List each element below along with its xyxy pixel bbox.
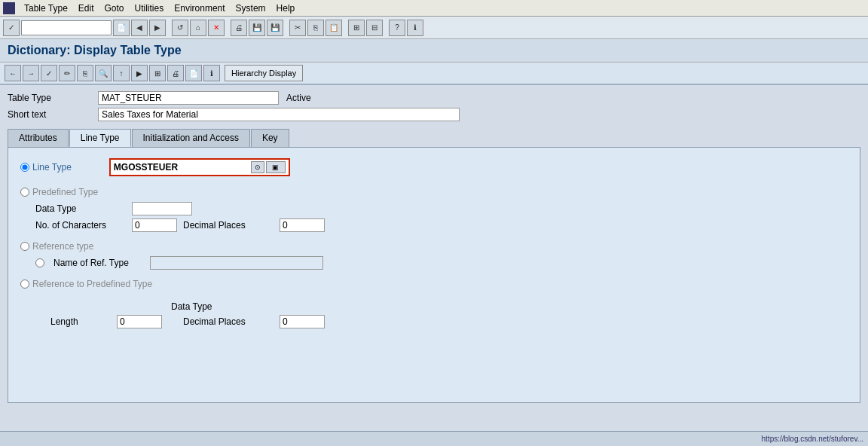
app-logo [3, 2, 15, 14]
line-type-radio-label: Line Type [32, 162, 72, 173]
name-of-ref-row: Name of Ref. Type [35, 256, 848, 270]
tb2-activate[interactable]: ▶ [131, 65, 148, 81]
num-chars-row: No. of Characters Decimal Places [35, 218, 848, 232]
bottom-length-row: Length Decimal Places [50, 315, 848, 328]
menu-edit[interactable]: Edit [74, 3, 99, 14]
tb2-back[interactable]: ← [5, 65, 21, 81]
tabs: Attributes Line Type Initialization and … [8, 129, 860, 147]
tb2-copy[interactable]: ⎘ [77, 65, 93, 81]
decimal-places-input[interactable] [280, 218, 325, 232]
page-title: Dictionary: Display Table Type [0, 39, 868, 63]
status-url: https://blog.csdn.net/stuforev... [762, 435, 863, 443]
reference-type-label: Reference type [32, 241, 93, 252]
data-type-label: Data Type [35, 203, 126, 214]
bottom-decimal-places-input[interactable] [280, 315, 325, 328]
menu-goto[interactable]: Goto [100, 3, 129, 14]
refresh-btn[interactable]: ↺ [172, 20, 188, 36]
line-type-box: ⊙ ▣ [109, 158, 290, 176]
short-text-input[interactable] [98, 108, 460, 121]
info-btn[interactable]: ℹ [407, 20, 423, 36]
bottom-decimal-places-label: Decimal Places [183, 316, 274, 327]
tb2-forward[interactable]: → [23, 65, 39, 81]
name-of-ref-input[interactable] [150, 256, 323, 270]
predefined-type-sub: Data Type No. of Characters Decimal Plac… [35, 202, 848, 232]
help-btn[interactable]: ? [389, 20, 405, 36]
table-type-status: Active [286, 93, 311, 103]
line-type-detail-icon[interactable]: ▣ [266, 161, 286, 173]
back-btn[interactable]: ◀ [131, 20, 148, 36]
menu-help[interactable]: Help [272, 3, 300, 14]
line-type-value-input[interactable] [114, 162, 249, 173]
short-text-label: Short text [8, 109, 98, 120]
length-input[interactable] [117, 315, 162, 328]
no-of-chars-label: No. of Characters [35, 220, 126, 231]
tb2-print[interactable]: 🖨 [167, 65, 184, 81]
main-content: Table Type Active Short text Attributes … [0, 85, 868, 409]
menu-environment[interactable]: Environment [170, 3, 229, 14]
home-btn[interactable]: ⌂ [190, 20, 206, 36]
line-type-search-icon[interactable]: ⊙ [251, 161, 264, 173]
print-btn[interactable]: 🖨 [231, 20, 247, 36]
save2-btn[interactable]: 💾 [267, 20, 283, 36]
check-btn[interactable]: ✓ [3, 20, 20, 36]
ref-predefined-row: Reference to Predefined Type [20, 279, 848, 289]
reference-type-section: Reference type Name of Ref. Type [20, 241, 848, 270]
line-type-radio[interactable] [20, 163, 29, 172]
reference-type-radio[interactable] [20, 242, 29, 251]
menu-system[interactable]: System [231, 3, 270, 14]
ref-predefined-radio[interactable] [20, 280, 29, 289]
table-type-input[interactable] [98, 91, 279, 105]
predefined-type-row: Predefined Type [20, 187, 848, 197]
table-type-label: Table Type [8, 93, 98, 103]
paste-btn[interactable]: 📋 [326, 20, 342, 36]
tab-attributes[interactable]: Attributes [8, 129, 69, 147]
tb2-where-used[interactable]: 🔍 [95, 65, 112, 81]
short-text-row: Short text [8, 108, 860, 121]
grid-btn[interactable]: ⊞ [348, 20, 365, 36]
toolbar1: ✓ 📄 ◀ ▶ ↺ ⌂ ✕ 🖨 💾 💾 ✂ ⎘ 📋 ⊞ ⊟ ? ℹ [0, 17, 868, 39]
length-label: Length [50, 316, 111, 327]
menu-table-type[interactable]: Table Type [20, 3, 72, 14]
cut-btn[interactable]: ✂ [289, 20, 306, 36]
hierarchy-display-button[interactable]: Hierarchy Display [225, 65, 303, 81]
tb2-pencil[interactable]: ✏ [59, 65, 75, 81]
bottom-data-type-label: Data Type [171, 301, 848, 312]
tb2-grid2[interactable]: ⊞ [149, 65, 166, 81]
reference-type-row: Reference type [20, 241, 848, 252]
copy-btn[interactable]: ⎘ [307, 20, 324, 36]
ref-predefined-section: Reference to Predefined Type Data Type L… [20, 279, 848, 328]
ref-predefined-label: Reference to Predefined Type [32, 279, 152, 289]
menu-bar: Table Type Edit Goto Utilities Environme… [0, 0, 868, 17]
table-type-row: Table Type Active [8, 91, 860, 105]
data-type-input[interactable] [132, 202, 192, 215]
menu-utilities[interactable]: Utilities [130, 3, 169, 14]
tab-line-type[interactable]: Line Type [69, 129, 131, 147]
tb2-check[interactable]: ✓ [41, 65, 57, 81]
name-of-ref-label: Name of Ref. Type [53, 258, 144, 268]
line-type-row: Line Type ⊙ ▣ [20, 158, 848, 176]
ref-predefined-sub: Data Type Length Decimal Places [20, 301, 848, 328]
name-of-ref-radio[interactable] [35, 258, 44, 267]
layout-btn[interactable]: ⊟ [366, 20, 383, 36]
tab-content: Line Type ⊙ ▣ Predefined Type Data Type [8, 147, 860, 403]
command-input[interactable] [21, 20, 112, 35]
tb2-doc[interactable]: 📄 [185, 65, 202, 81]
doc-btn[interactable]: 📄 [113, 20, 130, 36]
predefined-type-section: Predefined Type Data Type No. of Charact… [20, 187, 848, 232]
decimal-places-label: Decimal Places [183, 220, 274, 231]
save-btn[interactable]: 💾 [249, 20, 265, 36]
tab-key[interactable]: Key [251, 129, 289, 147]
tb2-info[interactable]: ℹ [203, 65, 220, 81]
toolbar2: ← → ✓ ✏ ⎘ 🔍 ↑ ▶ ⊞ 🖨 📄 ℹ Hierarchy Displa… [0, 63, 868, 85]
predefined-type-radio[interactable] [20, 188, 29, 197]
stop-btn[interactable]: ✕ [208, 20, 225, 36]
forward-btn[interactable]: ▶ [149, 20, 166, 36]
predefined-type-label: Predefined Type [32, 187, 98, 197]
tab-init-access[interactable]: Initialization and Access [132, 129, 250, 147]
data-type-row: Data Type [35, 202, 848, 215]
status-bar: https://blog.csdn.net/stuforev... [0, 431, 868, 446]
no-of-chars-input[interactable] [132, 218, 177, 232]
line-type-section: Line Type ⊙ ▣ [20, 158, 848, 176]
tb2-up[interactable]: ↑ [113, 65, 130, 81]
reference-type-sub: Name of Ref. Type [35, 256, 848, 270]
